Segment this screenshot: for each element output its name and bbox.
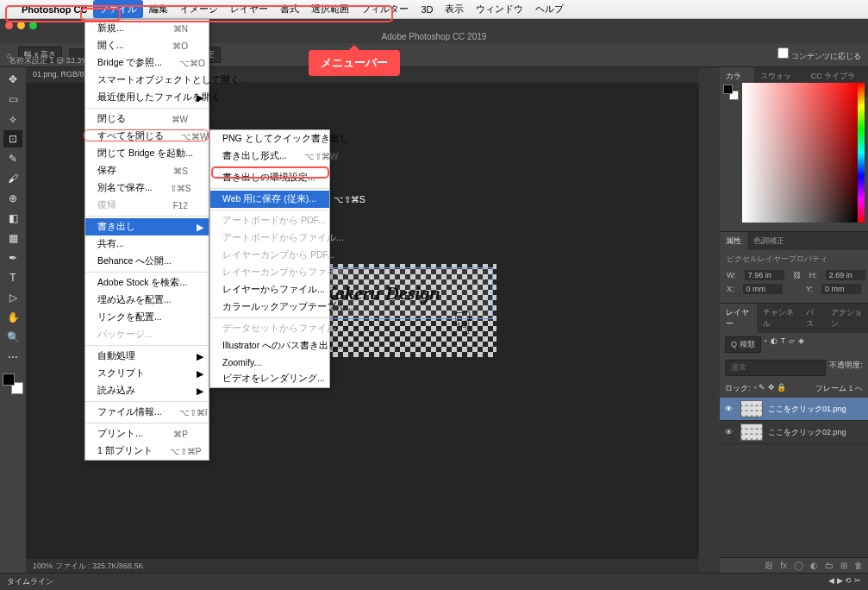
link-icon[interactable]: ⛓ <box>793 271 801 279</box>
layer-kind-filter[interactable]: Q 種類 <box>725 336 761 353</box>
prop-h[interactable]: 2.69 in <box>826 270 865 280</box>
visibility-icon[interactable]: 👁 <box>725 405 735 413</box>
minimize-window[interactable] <box>17 22 25 29</box>
menu-item[interactable]: 新規...⌘N <box>85 20 209 37</box>
filter-adjust-icon[interactable]: ◐ <box>771 336 777 353</box>
tab-paths[interactable]: パス <box>800 304 825 333</box>
menubar-help[interactable]: ヘルプ <box>529 0 570 18</box>
menu-item[interactable]: ファイル情報...⌥⇧⌘I <box>85 404 209 421</box>
tab-actions[interactable]: アクション <box>825 304 868 333</box>
foreground-background-color[interactable] <box>3 373 23 394</box>
collapsed-panel-strip[interactable] <box>699 67 720 573</box>
timeline-title[interactable]: タイムライン <box>7 576 53 587</box>
color-panel-fgbg[interactable] <box>723 85 739 100</box>
prop-x[interactable]: 0 mm <box>743 284 783 294</box>
tab-adjustments[interactable]: 色調補正 <box>747 232 790 250</box>
group-icon[interactable]: 🗀 <box>825 561 834 570</box>
menu-item[interactable]: カラールックアップテーブル... <box>210 298 329 316</box>
menu-item[interactable]: 自動処理▶ <box>85 348 209 365</box>
tool-marquee[interactable]: ▭ <box>3 91 22 108</box>
tab-layers[interactable]: レイヤー <box>720 304 757 333</box>
tool-crop[interactable]: ⊡ <box>3 130 22 148</box>
menu-item[interactable]: Behance へ公開... <box>85 253 209 270</box>
menu-item[interactable]: Web 用に保存 (従来)...⌥⇧⌘S <box>210 191 329 208</box>
menu-item[interactable]: Illustrator へのパス書き出し... <box>210 337 329 355</box>
menu-item[interactable]: 最近使用したファイルを開く▶ <box>85 89 209 106</box>
menu-item[interactable]: 書き出し▶ <box>85 218 209 235</box>
tool-hand[interactable]: ✋ <box>3 309 22 326</box>
menu-item[interactable]: 保存⌘S <box>85 162 209 179</box>
lock-icons[interactable]: ▫ ✎ ✥ 🔒 <box>754 383 787 394</box>
menubar-window[interactable]: ウィンドウ <box>470 0 529 18</box>
layer-row[interactable]: 👁 ここをクリック01.png <box>720 398 868 421</box>
filter-smart-icon[interactable]: ◈ <box>798 336 804 353</box>
menu-item[interactable]: 別名で保存...⇧⌘S <box>85 179 209 197</box>
menu-item[interactable]: レイヤーからファイル... <box>210 281 329 298</box>
hue-slider[interactable] <box>858 83 865 223</box>
opt-content-aware[interactable]: コンテンツに応じる <box>777 47 861 62</box>
menubar-image[interactable]: イメージ <box>174 0 224 18</box>
menubar-filter[interactable]: フィルター <box>355 0 415 18</box>
tool-eraser[interactable]: ◧ <box>3 210 22 227</box>
menubar-layer[interactable]: レイヤー <box>224 0 274 18</box>
menu-item[interactable]: スクリプト▶ <box>85 365 209 382</box>
tab-channels[interactable]: チャンネル <box>757 304 800 333</box>
menu-item[interactable]: Adobe Stock を検索... <box>85 274 209 292</box>
menubar-type[interactable]: 書式 <box>274 0 305 18</box>
menu-item[interactable]: PNG としてクイック書き出し <box>210 130 329 148</box>
layer-name[interactable]: ここをクリック02.png <box>768 427 846 438</box>
new-layer-icon[interactable]: ⊞ <box>840 561 847 570</box>
filter-shape-icon[interactable]: ▱ <box>789 336 795 353</box>
menu-item[interactable]: リンクを配置... <box>85 309 209 326</box>
filter-type-icon[interactable]: T <box>781 336 786 353</box>
delete-icon[interactable]: 🗑 <box>854 561 863 570</box>
menubar-view[interactable]: 表示 <box>439 0 470 18</box>
tool-more[interactable]: ⋯ <box>3 348 22 366</box>
menu-item[interactable]: 閉じて Bridge を起動...⇧⌘W <box>85 145 209 162</box>
menu-item[interactable]: 共有... <box>85 235 209 253</box>
tab-properties[interactable]: 属性 <box>720 232 747 250</box>
doc-tab-1[interactable]: 名称未設定 1 @ 33.3% <box>9 55 88 66</box>
tool-lasso[interactable]: ⟡ <box>3 110 22 128</box>
tool-brush[interactable]: 🖌 <box>3 170 22 187</box>
zoom-window[interactable] <box>29 22 37 29</box>
timeline-controls[interactable]: ◀ ▶ ⟲ ✂ <box>828 576 861 587</box>
tool-gradient[interactable]: ▦ <box>3 229 22 247</box>
menubar-app[interactable]: Photoshop CC <box>16 2 93 17</box>
layer-row[interactable]: 👁 ここをクリック02.png <box>720 421 868 444</box>
tool-path[interactable]: ▷ <box>3 289 22 306</box>
filter-pixel-icon[interactable]: ▫ <box>765 336 767 353</box>
tool-stamp[interactable]: ⊕ <box>3 190 22 207</box>
link-layers-icon[interactable]: ⛓ <box>765 561 773 570</box>
menu-item[interactable]: スマートオブジェクトとして開く... <box>85 72 209 89</box>
menu-item[interactable]: すべてを閉じる⌥⌘W <box>85 128 209 145</box>
tool-type[interactable]: T <box>3 269 22 286</box>
tool-eyedropper[interactable]: ✎ <box>3 150 22 167</box>
mask-icon[interactable]: ◯ <box>794 561 803 570</box>
menubar-file[interactable]: ファイル <box>93 0 143 18</box>
menu-item[interactable]: 書き出し形式...⌥⇧⌘W <box>210 148 329 165</box>
color-field[interactable] <box>742 83 858 223</box>
close-window[interactable] <box>5 22 13 29</box>
menu-item[interactable]: 読み込み▶ <box>85 382 209 399</box>
tool-move[interactable]: ✥ <box>3 71 22 88</box>
menubar-edit[interactable]: 編集 <box>143 0 174 18</box>
adjustment-icon[interactable]: ◐ <box>810 561 818 570</box>
fx-icon[interactable]: fx <box>780 561 787 570</box>
visibility-icon[interactable]: 👁 <box>725 428 735 436</box>
menu-item[interactable]: 閉じる⌘W <box>85 110 209 128</box>
menu-item[interactable]: Bridge で参照...⌥⌘O <box>85 54 209 72</box>
menubar-3d[interactable]: 3D <box>415 2 439 17</box>
menu-item[interactable]: ビデオをレンダリング... <box>210 370 329 387</box>
menu-item[interactable]: Zoomify... <box>210 355 329 370</box>
menu-item[interactable]: 開く...⌘O <box>85 37 209 54</box>
prop-y[interactable]: 0 mm <box>821 284 861 294</box>
content-aware-checkbox[interactable] <box>777 47 789 59</box>
prop-w[interactable]: 7.96 in <box>745 270 784 280</box>
tool-zoom[interactable]: 🔍 <box>3 329 22 346</box>
blend-mode[interactable]: 通常 <box>725 360 826 376</box>
menu-item[interactable]: 1 部プリント⌥⇧⌘P <box>85 442 209 460</box>
layer-name[interactable]: ここをクリック01.png <box>768 404 846 415</box>
menubar-select[interactable]: 選択範囲 <box>305 0 355 18</box>
menu-item[interactable]: 書き出しの環境設定... <box>210 169 329 186</box>
